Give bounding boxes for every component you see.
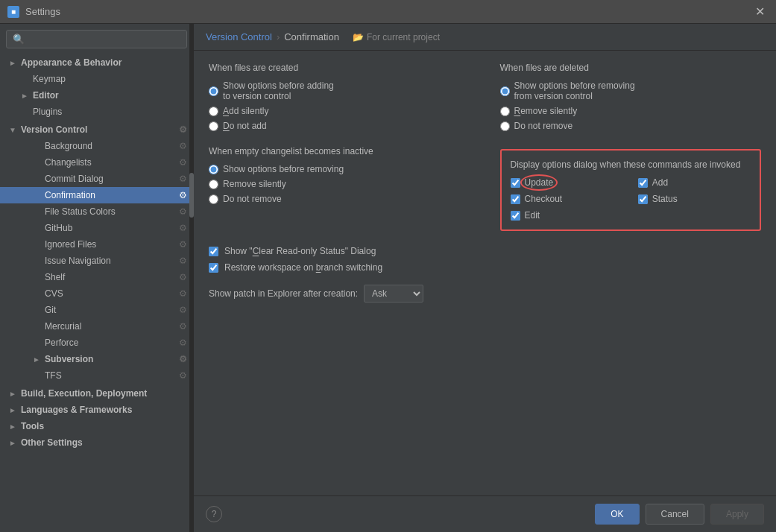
help-button[interactable]: ? xyxy=(206,506,222,522)
apply-button[interactable]: Apply xyxy=(710,504,764,525)
ok-button[interactable]: OK xyxy=(595,504,639,525)
sidebar-item-confirmation[interactable]: Confirmation ⚙ xyxy=(0,187,193,203)
expand-arrow: ► xyxy=(33,355,42,364)
sidebar-item-editor[interactable]: ► Editor xyxy=(0,87,193,104)
files-deleted-section: When files are deleted Show options befo… xyxy=(500,63,762,131)
sidebar-item-shelf[interactable]: Shelf ⚙ xyxy=(0,269,193,285)
radio-do-not-remove-cl[interactable]: Do not remove xyxy=(209,194,470,204)
sidebar-item-build[interactable]: ► Build, Execution, Deployment xyxy=(0,385,193,402)
sidebar-item-mercurial[interactable]: Mercurial ⚙ xyxy=(0,318,193,335)
sidebar-item-issue-navigation[interactable]: Issue Navigation ⚙ xyxy=(0,253,193,269)
radio-remove-silently[interactable]: Remove silently xyxy=(500,106,762,116)
radio-remove-silently-cl-input[interactable] xyxy=(209,180,218,189)
sidebar-item-file-status-colors[interactable]: File Status Colors ⚙ xyxy=(0,203,193,220)
radio-show-before-add-input[interactable] xyxy=(209,86,218,96)
radio-label: Remove silently xyxy=(223,179,286,189)
radio-do-not-add[interactable]: Do not add xyxy=(209,121,470,131)
checkbox-status[interactable]: Status xyxy=(638,194,751,204)
empty-changelist-section: When empty changelist becomes inactive S… xyxy=(209,146,470,231)
breadcrumb-separator: › xyxy=(277,31,280,42)
expand-arrow: ► xyxy=(9,390,18,398)
radio-do-not-add-input[interactable] xyxy=(209,121,218,131)
sidebar-item-languages[interactable]: ► Languages & Frameworks xyxy=(0,402,193,418)
sidebar-item-label: Tools xyxy=(21,421,187,431)
sidebar-item-tools[interactable]: ► Tools xyxy=(0,418,193,434)
sidebar-item-background[interactable]: Background ⚙ xyxy=(0,138,193,154)
sidebar-item-perforce[interactable]: Perforce ⚙ xyxy=(0,335,193,351)
checkbox-add-input[interactable] xyxy=(638,178,648,188)
sidebar-item-label: Ignored Files xyxy=(45,239,179,250)
checkbox-status-input[interactable] xyxy=(638,194,648,204)
radio-do-not-remove[interactable]: Do not remove xyxy=(500,121,762,131)
sidebar-item-git[interactable]: Git ⚙ xyxy=(0,302,193,318)
radio-show-before-removing-input[interactable] xyxy=(209,165,218,174)
checkbox-add-label: Add xyxy=(652,177,668,188)
settings-icon: ⚙ xyxy=(179,288,187,299)
sidebar-item-label: File Status Colors xyxy=(45,206,179,217)
patch-select[interactable]: Ask Yes No xyxy=(364,285,423,303)
sidebar-item-cvs[interactable]: CVS ⚙ xyxy=(0,285,193,302)
checkbox-clear-readonly-input[interactable] xyxy=(209,247,218,256)
sidebar-item-other[interactable]: ► Other Settings xyxy=(0,434,193,451)
title-bar: ■ Settings ✕ xyxy=(0,0,776,24)
radio-remove-silently-input[interactable] xyxy=(500,107,510,116)
sidebar-item-keymap[interactable]: Keymap xyxy=(0,71,193,87)
sidebar-item-label: Issue Navigation xyxy=(45,256,179,266)
radio-show-before-remove[interactable]: Show options before removingfrom version… xyxy=(500,80,762,101)
settings-icon: ⚙ xyxy=(179,370,187,381)
sidebar-item-label: Background xyxy=(45,141,179,151)
radio-show-before-removing[interactable]: Show options before removing xyxy=(209,164,470,174)
expand-arrow: ► xyxy=(9,439,18,447)
checkbox-restore-workspace-input[interactable] xyxy=(209,263,218,273)
checkbox-checkout[interactable]: Checkout xyxy=(511,194,623,204)
radio-do-not-remove-input[interactable] xyxy=(500,121,510,131)
files-created-title: When files are created xyxy=(209,63,470,73)
sidebar-scrollbar[interactable] xyxy=(189,24,194,532)
radio-do-not-remove-cl-input[interactable] xyxy=(209,194,218,204)
sidebar-item-changelists[interactable]: Changelists ⚙ xyxy=(0,154,193,171)
sidebar-item-ignored-files[interactable]: Ignored Files ⚙ xyxy=(0,236,193,253)
radio-label: Show options before removingfrom version… xyxy=(514,80,635,101)
sidebar-item-version-control[interactable]: ▼ Version Control ⚙ xyxy=(0,121,193,138)
sidebar-item-label: Version Control xyxy=(21,124,179,135)
sidebar-item-subversion[interactable]: ► Subversion ⚙ xyxy=(0,351,193,367)
sidebar-item-appearance[interactable]: ► Appearance & Behavior xyxy=(0,54,193,71)
expand-arrow: ► xyxy=(9,59,18,67)
radio-show-before-remove-input[interactable] xyxy=(500,86,510,96)
bottom-bar: ? OK Cancel Apply xyxy=(194,495,776,532)
checkbox-checkout-input[interactable] xyxy=(511,194,520,204)
sidebar-item-github[interactable]: GitHub ⚙ xyxy=(0,220,193,236)
radio-remove-silently-cl[interactable]: Remove silently xyxy=(209,179,470,189)
search-icon: 🔍 xyxy=(13,34,25,45)
radio-label: Remove silently xyxy=(514,106,578,116)
radio-add-silently[interactable]: Add silently xyxy=(209,106,470,116)
sidebar-item-label: Subversion xyxy=(45,354,179,364)
sidebar-item-label: Shelf xyxy=(45,272,179,282)
cancel-button[interactable]: Cancel xyxy=(646,504,704,525)
checkbox-clear-readonly[interactable]: Show "Clear Read-only Status" Dialog xyxy=(209,246,761,256)
breadcrumb-parent[interactable]: Version Control xyxy=(206,31,272,42)
checkbox-restore-workspace[interactable]: Restore workspace on branch switching xyxy=(209,262,761,273)
checkbox-edit[interactable]: Edit xyxy=(511,210,623,221)
patch-label: Show patch in Explorer after creation: xyxy=(209,288,358,299)
checkbox-update-input[interactable] xyxy=(511,178,520,188)
checkbox-update[interactable]: Update xyxy=(511,177,623,188)
content-area: Version Control › Confirmation 📂For curr… xyxy=(194,24,776,532)
search-box[interactable]: 🔍 xyxy=(6,30,187,48)
settings-icon: ⚙ xyxy=(179,206,187,217)
checkbox-add[interactable]: Add xyxy=(638,177,751,188)
sidebar-item-label: GitHub xyxy=(45,223,179,233)
sidebar-scrollbar-thumb[interactable] xyxy=(189,173,194,218)
top-section-row: When files are created Show options befo… xyxy=(209,63,761,131)
checkbox-edit-input[interactable] xyxy=(511,211,520,221)
sidebar-item-plugins[interactable]: Plugins xyxy=(0,104,193,120)
close-button[interactable]: ✕ xyxy=(751,3,769,21)
sidebar-item-commit-dialog[interactable]: Commit Dialog ⚙ xyxy=(0,171,193,187)
radio-show-before-add[interactable]: Show options before addingto version con… xyxy=(209,80,470,101)
search-input[interactable] xyxy=(29,34,180,45)
sidebar-item-label: Languages & Frameworks xyxy=(21,405,187,415)
patch-row: Show patch in Explorer after creation: A… xyxy=(209,285,761,303)
sidebar-item-tfs[interactable]: TFS ⚙ xyxy=(0,367,193,384)
breadcrumb-project: 📂For current project xyxy=(353,32,440,42)
radio-add-silently-input[interactable] xyxy=(209,107,218,116)
